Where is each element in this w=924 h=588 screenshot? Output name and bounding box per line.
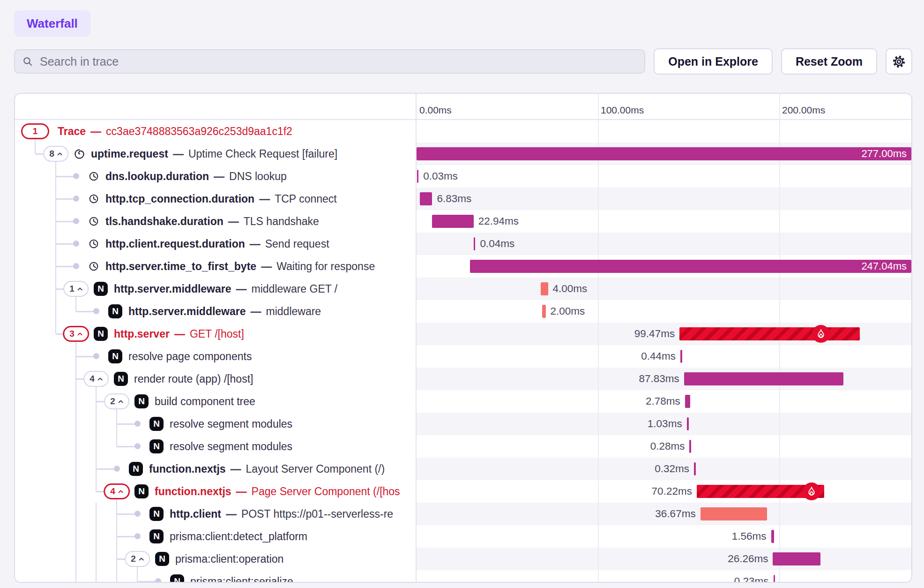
duration-bar[interactable] <box>417 147 911 160</box>
search-input[interactable] <box>39 54 637 69</box>
waterfall-cell: 1.56ms <box>416 525 911 548</box>
duration-bar[interactable] <box>474 237 476 250</box>
trace-row[interactable]: Nresolve segment modules1.03ms <box>15 413 911 435</box>
waterfall-cell: 277.00ms <box>416 143 911 165</box>
duration-bar[interactable] <box>687 417 689 430</box>
duration-bar[interactable] <box>694 462 696 475</box>
expand-pill[interactable]: 1 <box>21 123 49 139</box>
waterfall-cell: 0.44ms <box>416 345 911 368</box>
nextjs-icon: N <box>134 484 149 498</box>
duration-bar[interactable] <box>774 575 775 583</box>
duration-bar[interactable] <box>417 170 419 183</box>
nextjs-icon: N <box>94 282 108 296</box>
trace-row[interactable]: 3Nhttp.server—GET /[host]99.47ms <box>15 323 911 345</box>
grid-line <box>598 368 599 390</box>
duration-bar[interactable] <box>541 282 548 295</box>
trace-row[interactable]: Nresolve segment modules0.28ms <box>15 435 911 458</box>
span-op-name: resolve page components <box>128 350 252 363</box>
trace-row[interactable]: Nprisma:client:serialize0.23ms <box>15 570 911 583</box>
duration-bar[interactable] <box>771 530 774 543</box>
trace-row[interactable]: http.server.time_to_first_byte—Waiting f… <box>15 255 911 278</box>
duration-bar[interactable] <box>680 350 682 363</box>
trace-row[interactable]: dns.lookup.duration—DNS lookup0.03ms <box>15 165 911 188</box>
duration-bar[interactable] <box>542 305 546 318</box>
trace-row[interactable]: Nfunction.nextjs—Layout Server Component… <box>15 458 911 480</box>
duration-bar[interactable] <box>470 260 911 273</box>
span-title: resolve segment modules <box>170 413 292 435</box>
tree-guide <box>75 570 77 583</box>
expand-pill[interactable]: 4 <box>83 371 109 387</box>
tree-cell: 3Nhttp.server—GET /[host] <box>15 323 416 345</box>
search-box[interactable] <box>14 49 645 74</box>
settings-button[interactable] <box>886 48 912 75</box>
grid-line <box>779 390 780 413</box>
span-title: build component tree <box>155 390 255 413</box>
trace-row[interactable]: 1Trace—cc3ae3748883563a926c253d9aa1c1f2 <box>15 120 911 143</box>
duration-bar[interactable] <box>685 395 690 408</box>
trace-row[interactable]: 4Nfunction.nextjs—Page Server Component … <box>15 480 911 503</box>
duration-bar[interactable] <box>773 552 820 565</box>
trace-row[interactable]: Nhttp.server.middleware—middleware2.00ms <box>15 300 911 323</box>
expand-pill[interactable]: 2 <box>125 551 150 567</box>
grid-line <box>598 300 599 323</box>
open-in-explore-button[interactable]: Open in Explore <box>654 48 773 75</box>
span-op-name: http.server <box>114 328 170 340</box>
duration-bar[interactable] <box>432 215 474 228</box>
trace-row[interactable]: http.client.request.duration—Send reques… <box>15 233 911 255</box>
grid-line <box>598 278 599 300</box>
trace-row[interactable]: 8uptime.request—Uptime Check Request [fa… <box>15 143 911 165</box>
trace-row[interactable]: Nprisma:client:detect_platform1.56ms <box>15 525 911 548</box>
span-op-name: http.client.request.duration <box>105 238 245 250</box>
duration-label: 99.47ms <box>634 323 675 345</box>
tab-waterfall[interactable]: Waterfall <box>14 10 90 37</box>
reset-zoom-button[interactable]: Reset Zoom <box>781 48 877 75</box>
duration-bar[interactable] <box>700 507 767 520</box>
expand-pill[interactable]: 3 <box>63 326 89 342</box>
expand-pill[interactable]: 1 <box>63 281 89 297</box>
duration-bar[interactable] <box>684 372 843 385</box>
trace-row[interactable]: 2Nbuild component tree2.78ms <box>15 390 911 413</box>
grid-line <box>779 300 780 323</box>
gear-icon <box>892 54 906 69</box>
trace-row[interactable]: 2Nprisma:client:operation26.26ms <box>15 548 911 570</box>
trace-row[interactable]: 1Nhttp.server.middleware—middleware GET … <box>15 278 911 300</box>
span-title: dns.lookup.duration—DNS lookup <box>105 165 287 188</box>
span-description: middleware GET / <box>252 283 338 295</box>
span-title: prisma:client:operation <box>175 548 283 570</box>
duration-label: 0.23ms <box>734 570 769 583</box>
trace-row[interactable]: 4Nrender route (app) /[host]87.83ms <box>15 368 911 390</box>
grid-line <box>779 210 780 233</box>
tree-cell: 4Nfunction.nextjs—Page Server Component … <box>15 480 416 503</box>
nextjs-icon: N <box>170 574 184 583</box>
trace-row[interactable]: Nhttp.client—POST https://p01--serverles… <box>15 503 911 525</box>
trace-row[interactable]: Nresolve page components0.44ms <box>15 345 911 368</box>
span-title: uptime.request—Uptime Check Request [fai… <box>91 143 337 165</box>
span-description: TLS handshake <box>244 215 319 228</box>
span-title: resolve segment modules <box>170 435 292 458</box>
waterfall-cell: 36.67ms <box>416 503 911 525</box>
span-title: Trace—cc3ae3748883563a926c253d9aa1c1f2 <box>58 120 292 143</box>
trace-row[interactable]: tls.handshake.duration—TLS handshake22.9… <box>15 210 911 233</box>
expand-pill-count: 4 <box>89 374 95 384</box>
span-op-name: prisma:client:serialize <box>190 575 293 583</box>
expand-pill[interactable]: 4 <box>104 483 130 499</box>
span-title: render route (app) /[host] <box>134 368 253 390</box>
tree-guide <box>96 435 97 458</box>
expand-pill-count: 2 <box>110 396 115 407</box>
duration-bar[interactable] <box>689 440 691 453</box>
duration-bar[interactable] <box>420 192 432 205</box>
expand-pill[interactable]: 2 <box>104 393 129 409</box>
tree-guide <box>96 548 97 570</box>
nextjs-icon: N <box>94 327 108 341</box>
tree-guide <box>116 435 118 446</box>
separator-dash: — <box>90 125 101 138</box>
span-op-name: function.nextjs <box>149 463 226 475</box>
tree-guide <box>75 413 77 435</box>
expand-pill[interactable]: 8 <box>43 146 68 162</box>
trace-row[interactable]: http.tcp_connection.duration—TCP connect… <box>15 188 911 210</box>
grid-line <box>779 570 780 583</box>
span-op-name: build component tree <box>155 395 255 408</box>
tree-guide <box>96 570 97 583</box>
duration-bar[interactable] <box>679 327 860 340</box>
span-title: http.server.time_to_first_byte—Waiting f… <box>105 255 375 278</box>
